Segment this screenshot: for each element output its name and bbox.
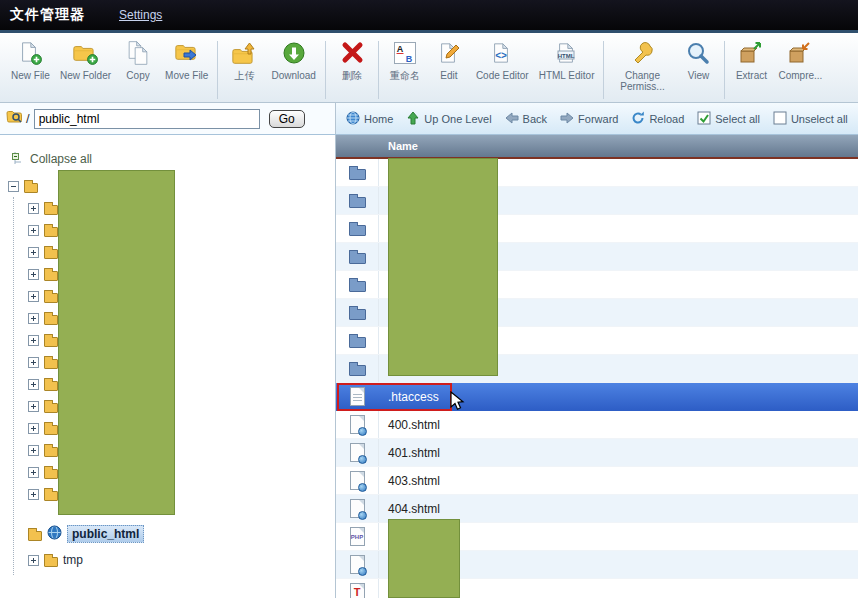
folder-icon: [44, 337, 58, 347]
go-button[interactable]: Go: [269, 110, 305, 128]
nav-unselect-all[interactable]: Unselect all: [773, 111, 848, 127]
nav-home[interactable]: Home: [346, 111, 393, 127]
file-row[interactable]: 400.shtml: [336, 411, 858, 439]
toolbar-label: View: [681, 70, 715, 81]
upload-icon: [227, 38, 261, 68]
path-folder-icon: [6, 109, 22, 128]
toolbar-separator: [217, 41, 218, 99]
file-row-htaccess[interactable]: .htaccess: [336, 383, 858, 411]
name-column-header: Name: [336, 140, 418, 152]
folder-icon: [44, 381, 58, 391]
copy-icon: [121, 38, 155, 68]
svg-text:B: B: [406, 54, 413, 64]
folder-icon: [349, 365, 366, 376]
compress-icon: [778, 38, 822, 68]
collapse-all-label: Collapse all: [30, 152, 92, 166]
shtml-file-icon: [350, 555, 365, 574]
folder-icon: [44, 403, 58, 413]
settings-link[interactable]: Settings: [119, 8, 162, 22]
html-editor-icon: HTML: [539, 38, 595, 68]
shtml-file-icon: [350, 499, 365, 518]
move-file-button[interactable]: Move File: [160, 38, 213, 81]
expand-node-icon[interactable]: [28, 555, 39, 566]
collapse-all[interactable]: Collapse all: [0, 149, 335, 169]
file-manager-app: 文件管理器 Settings New File New Folder Copy: [0, 0, 858, 598]
download-icon: [271, 38, 315, 68]
redaction-block: [58, 170, 175, 515]
expand-node-icon[interactable]: [28, 247, 39, 258]
pathbar: / Go Home Up One Level Back Forward: [0, 103, 858, 135]
nav-reload[interactable]: Reload: [631, 111, 684, 127]
change-permissions-button[interactable]: Change Permiss...: [608, 38, 676, 92]
folder-icon: [44, 227, 58, 237]
nav-label: Up One Level: [424, 113, 491, 125]
expand-node-icon[interactable]: [28, 313, 39, 324]
expand-node-icon[interactable]: [28, 335, 39, 346]
shtml-file-icon: [350, 415, 365, 434]
change-permissions-icon: [613, 38, 671, 68]
toolbar-label: Copy: [121, 70, 155, 81]
expand-node-icon[interactable]: [28, 291, 39, 302]
toolbar-separator: [325, 41, 326, 99]
nav-label: Unselect all: [791, 113, 848, 125]
collapse-node-icon[interactable]: [8, 181, 19, 192]
folder-icon: [28, 531, 42, 541]
folder-icon: [44, 293, 58, 303]
toolbar-label: New File: [11, 70, 50, 81]
toolbar-separator: [378, 41, 379, 99]
download-button[interactable]: Download: [266, 38, 320, 81]
expand-node-icon[interactable]: [28, 445, 39, 456]
toolbar-label: Extract: [734, 70, 768, 81]
view-button[interactable]: View: [676, 38, 720, 81]
php-file-icon: PHP: [350, 527, 365, 546]
extract-button[interactable]: Extract: [729, 38, 773, 81]
expand-node-icon[interactable]: [28, 269, 39, 280]
svg-text:<>: <>: [495, 50, 507, 61]
folder-icon: [44, 249, 58, 259]
expand-node-icon[interactable]: [28, 423, 39, 434]
html-editor-button[interactable]: HTML HTML Editor: [534, 38, 600, 81]
nav-select-all[interactable]: Select all: [697, 111, 760, 127]
file-list-header[interactable]: Name: [336, 135, 858, 159]
file-name: 400.shtml: [379, 418, 440, 432]
folder-icon: [44, 491, 58, 501]
code-editor-button[interactable]: <> Code Editor: [471, 38, 534, 81]
expand-node-icon[interactable]: [28, 203, 39, 214]
nav-back[interactable]: Back: [505, 111, 547, 127]
file-row[interactable]: 401.shtml: [336, 439, 858, 467]
toolbar-label: 重命名: [388, 70, 422, 81]
upload-button[interactable]: 上传: [222, 38, 266, 81]
nav-up-one-level[interactable]: Up One Level: [406, 111, 491, 127]
expand-node-icon[interactable]: [28, 467, 39, 478]
tree-node-public-html[interactable]: public_html: [0, 523, 335, 545]
tree-label-tmp: tmp: [63, 553, 83, 567]
folder-icon: [349, 281, 366, 292]
file-icon: [350, 387, 365, 406]
rename-button[interactable]: AB 重命名: [383, 38, 427, 81]
delete-button[interactable]: 删除: [330, 38, 374, 81]
toolbar: New File New Folder Copy Move File: [0, 30, 858, 103]
rename-icon: AB: [388, 38, 422, 68]
up-arrow-icon: [406, 111, 420, 127]
expand-node-icon[interactable]: [28, 489, 39, 500]
new-file-icon: [11, 38, 50, 68]
unselect-all-checkbox-icon: [773, 111, 787, 127]
expand-node-icon[interactable]: [28, 379, 39, 390]
toolbar-separator: [603, 41, 604, 99]
edit-button[interactable]: Edit: [427, 38, 471, 81]
titlebar: 文件管理器 Settings: [0, 0, 858, 30]
tree-node-tmp[interactable]: tmp: [0, 549, 335, 571]
forward-arrow-icon: [560, 111, 574, 127]
compress-button[interactable]: Compre...: [773, 38, 827, 81]
path-input[interactable]: [34, 109, 260, 129]
file-row[interactable]: 403.shtml: [336, 467, 858, 495]
new-folder-button[interactable]: New Folder: [55, 38, 116, 81]
new-file-button[interactable]: New File: [6, 38, 55, 81]
folder-icon: [44, 425, 58, 435]
nav-forward[interactable]: Forward: [560, 111, 618, 127]
tree-label-public-html: public_html: [67, 525, 144, 543]
expand-node-icon[interactable]: [28, 357, 39, 368]
expand-node-icon[interactable]: [28, 401, 39, 412]
copy-button[interactable]: Copy: [116, 38, 160, 81]
expand-node-icon[interactable]: [28, 225, 39, 236]
